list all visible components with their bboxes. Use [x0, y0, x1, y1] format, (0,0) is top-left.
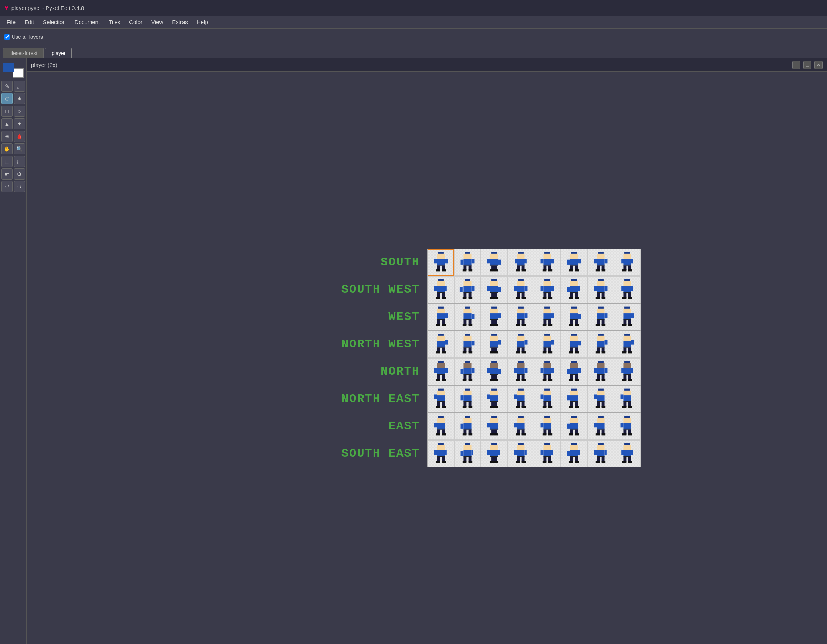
sprite-cell[interactable] [507, 358, 534, 385]
sprite-cell[interactable] [481, 249, 507, 275]
magic-wand-tool[interactable]: ✱ [14, 93, 25, 104]
tab-tileset-forest[interactable]: tileset-forest [3, 48, 44, 58]
tab-player[interactable]: player [45, 48, 72, 58]
sprite-cell[interactable] [534, 358, 561, 385]
sprite-cell[interactable] [454, 413, 481, 440]
sprite-cell[interactable] [481, 304, 507, 330]
sprite-cell[interactable] [587, 276, 614, 303]
sprite-cell[interactable] [561, 358, 587, 385]
eyedropper-tool[interactable]: 🩸 [14, 131, 25, 142]
tile-select-tool[interactable]: ⬚ [2, 156, 12, 167]
foreground-color[interactable] [3, 63, 14, 72]
sprite-cell[interactable] [507, 276, 534, 303]
menu-file[interactable]: File [3, 17, 19, 26]
sprite-cell[interactable] [454, 440, 481, 467]
sprite-cell[interactable] [587, 440, 614, 467]
sprite-cell[interactable] [614, 440, 641, 467]
sprite-cell[interactable] [534, 440, 561, 467]
sprite-cell[interactable] [587, 358, 614, 385]
sprite-cell[interactable] [561, 386, 587, 412]
tile-stamp-tool[interactable]: ⬚ [14, 156, 25, 167]
sprite-cell[interactable] [614, 386, 641, 412]
use-all-layers-toggle[interactable]: Use all layers [5, 34, 43, 40]
sprite-cell[interactable] [481, 386, 507, 412]
background-color[interactable] [12, 68, 24, 78]
sprite-cell[interactable] [561, 331, 587, 358]
close-btn[interactable]: ✕ [815, 61, 822, 69]
sprite-cell[interactable] [428, 249, 454, 275]
transform-tool[interactable]: ⚙ [14, 168, 25, 180]
eraser-tool[interactable]: ⬚ [14, 81, 25, 92]
sprite-cell[interactable] [614, 249, 641, 275]
sprite-cell[interactable] [534, 304, 561, 330]
sprite-cell[interactable] [454, 331, 481, 358]
sprite-cell[interactable] [561, 249, 587, 275]
sprite-cell[interactable] [587, 331, 614, 358]
sprite-cell[interactable] [481, 358, 507, 385]
sprite-cell[interactable] [428, 304, 454, 330]
magnify-tool[interactable]: 🔍 [14, 143, 25, 154]
rectangle-tool[interactable]: □ [2, 106, 12, 117]
fill-tool[interactable]: ▲ [2, 118, 12, 129]
sprite-cell[interactable] [561, 276, 587, 303]
sprite-cell[interactable] [561, 413, 587, 440]
sprite-cell[interactable] [507, 304, 534, 330]
sprite-cell[interactable] [481, 276, 507, 303]
menu-tiles[interactable]: Tiles [105, 17, 124, 26]
selection-tool[interactable]: ⬡ [2, 93, 12, 104]
sprite-cell[interactable] [507, 331, 534, 358]
sprite-cell[interactable] [428, 276, 454, 303]
menu-edit[interactable]: Edit [21, 17, 38, 26]
sprite-cell[interactable] [454, 358, 481, 385]
sprite-cell[interactable] [454, 276, 481, 303]
move-layer-tool[interactable]: ☛ [2, 168, 12, 180]
menu-color[interactable]: Color [125, 17, 146, 26]
menu-view[interactable]: View [148, 17, 167, 26]
sprite-cell[interactable] [454, 386, 481, 412]
sprite-cell[interactable] [561, 304, 587, 330]
sprite-cell[interactable] [614, 276, 641, 303]
sprite-cell[interactable] [481, 440, 507, 467]
sprite-cell[interactable] [507, 413, 534, 440]
sprite-cell[interactable] [428, 358, 454, 385]
sprite-cell[interactable] [614, 358, 641, 385]
sprite-cell[interactable] [454, 249, 481, 275]
sprite-cell[interactable] [507, 386, 534, 412]
menu-document[interactable]: Document [71, 17, 103, 26]
sprite-cell[interactable] [428, 331, 454, 358]
circle-tool[interactable]: ○ [14, 106, 25, 117]
sprite-cell[interactable] [507, 440, 534, 467]
sprite-cell[interactable] [534, 331, 561, 358]
sprite-cell[interactable] [587, 413, 614, 440]
sprite-cell[interactable] [587, 249, 614, 275]
sprite-cell[interactable] [614, 331, 641, 358]
sprite-cell[interactable] [534, 413, 561, 440]
sprite-canvas[interactable]: SOUTH [27, 72, 827, 644]
sprite-cell[interactable] [481, 331, 507, 358]
redo-tool[interactable]: ↪ [14, 181, 25, 192]
maximize-btn[interactable]: □ [803, 61, 811, 69]
undo-tool[interactable]: ↩ [2, 181, 12, 192]
sprite-cell[interactable] [614, 304, 641, 330]
pan-tool[interactable]: ✋ [2, 143, 12, 154]
sprite-cell[interactable] [481, 413, 507, 440]
sprite-cell[interactable] [507, 249, 534, 275]
menu-extras[interactable]: Extras [168, 17, 192, 26]
sprite-cell[interactable] [534, 386, 561, 412]
minimize-btn[interactable]: ─ [792, 61, 800, 69]
sprite-cell[interactable] [428, 413, 454, 440]
use-all-layers-checkbox[interactable] [5, 34, 9, 39]
menu-help[interactable]: Help [193, 17, 212, 26]
sprite-cell[interactable] [428, 386, 454, 412]
pencil-tool[interactable]: ✎ [2, 81, 12, 92]
sprite-cell[interactable] [587, 386, 614, 412]
sprite-cell[interactable] [614, 413, 641, 440]
menu-selection[interactable]: Selection [39, 17, 70, 26]
sprite-cell[interactable] [561, 440, 587, 467]
zoom-tool[interactable]: ⊕ [2, 131, 12, 142]
color-swatch[interactable] [3, 63, 24, 78]
sprite-cell[interactable] [454, 304, 481, 330]
sprite-cell[interactable] [587, 304, 614, 330]
sprite-cell[interactable] [534, 276, 561, 303]
line-tool[interactable]: ✦ [14, 118, 25, 129]
